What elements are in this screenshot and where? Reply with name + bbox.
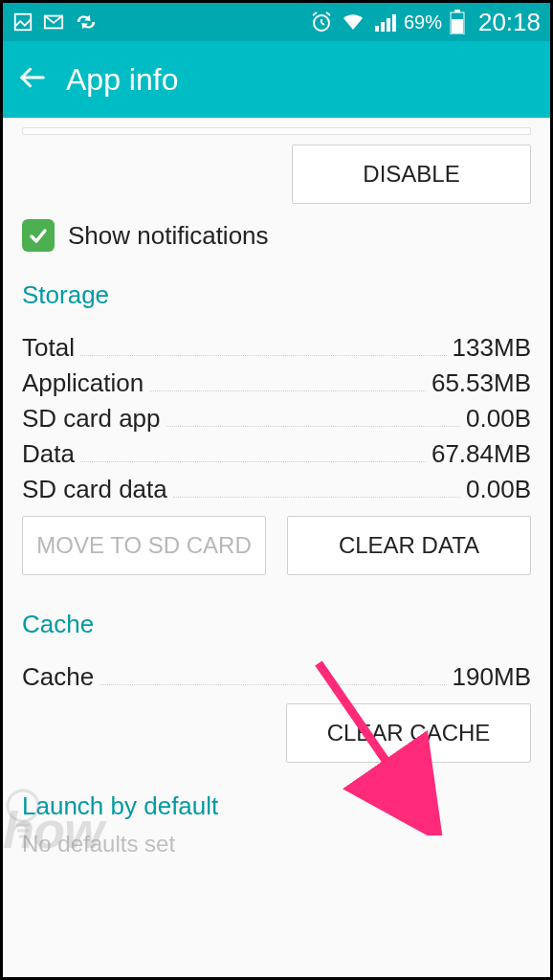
storage-row-sd-card-data: SD card data 0.00B (22, 475, 531, 504)
kv-label: Data (22, 439, 75, 469)
show-notifications-label: Show notifications (68, 221, 269, 251)
svg-line-4 (321, 23, 324, 25)
svg-rect-7 (375, 26, 379, 32)
kv-value: 0.00B (466, 475, 531, 504)
clear-data-button[interactable]: CLEAR DATA (287, 516, 531, 575)
content-area: DISABLE Show notifications Storage Total… (3, 118, 550, 858)
dotted-divider (166, 426, 461, 427)
kv-value: 190MB (453, 662, 531, 692)
kv-value: 0.00B (466, 404, 531, 434)
kv-label: SD card app (22, 404, 161, 434)
sync-icon (74, 11, 99, 33)
alarm-icon (310, 11, 333, 33)
wifi-icon (341, 11, 365, 33)
svg-line-6 (326, 12, 330, 15)
kv-label: Cache (22, 662, 94, 692)
svg-rect-9 (387, 18, 390, 32)
image-icon (12, 11, 33, 33)
checkbox-checked-icon[interactable] (22, 219, 55, 252)
kv-value: 133MB (453, 333, 531, 363)
svg-rect-8 (381, 22, 385, 32)
kv-label: Total (22, 333, 75, 363)
section-title-storage: Storage (22, 280, 531, 310)
show-notifications-row[interactable]: Show notifications (22, 219, 531, 252)
partial-button-top[interactable] (22, 127, 531, 135)
page-title: App info (66, 62, 178, 98)
storage-row-data: Data 67.84MB (22, 439, 531, 469)
cache-row: Cache 190MB (22, 662, 531, 692)
clear-cache-button[interactable]: CLEAR CACHE (286, 703, 531, 763)
signal-icon (373, 11, 396, 33)
mail-icon (43, 11, 64, 33)
no-defaults-text: No defaults set (22, 831, 531, 858)
kv-value: 67.84MB (431, 439, 531, 469)
dotted-divider (80, 355, 447, 356)
dotted-divider (149, 390, 426, 391)
back-icon[interactable] (18, 63, 47, 96)
svg-rect-13 (452, 19, 463, 33)
kv-label: Application (22, 368, 144, 398)
storage-row-application: Application 65.53MB (22, 368, 531, 398)
kv-label: SD card data (22, 475, 167, 504)
section-title-cache: Cache (22, 610, 531, 639)
section-title-launch: Launch by default (22, 791, 531, 821)
move-to-sd-button: MOVE TO SD CARD (22, 516, 266, 575)
battery-icon (450, 10, 465, 34)
kv-value: 65.53MB (431, 368, 531, 398)
app-bar: App info (3, 41, 550, 118)
storage-row-total: Total 133MB (22, 333, 531, 363)
status-clock: 20:18 (478, 8, 541, 37)
status-bar: 69% 20:18 (3, 3, 550, 41)
dotted-divider (80, 461, 426, 462)
disable-button[interactable]: DISABLE (292, 145, 531, 204)
battery-percent: 69% (404, 11, 442, 33)
dotted-divider (173, 497, 460, 498)
storage-row-sd-card-app: SD card app 0.00B (22, 404, 531, 434)
dotted-divider (100, 684, 446, 685)
svg-line-5 (313, 12, 317, 15)
svg-rect-10 (392, 14, 396, 32)
